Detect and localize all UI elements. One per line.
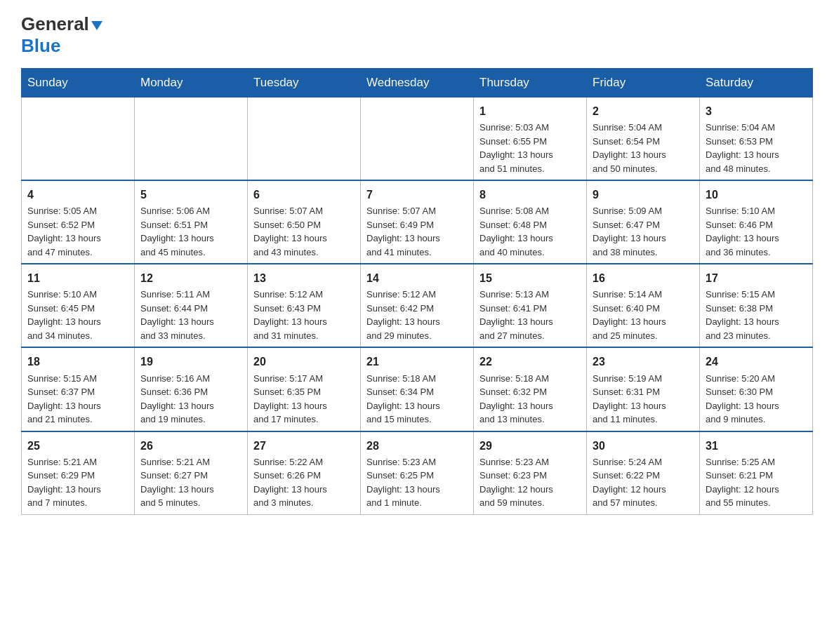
day-number: 17: [706, 270, 807, 286]
calendar-header-row: SundayMondayTuesdayWednesdayThursdayFrid…: [22, 68, 813, 97]
calendar-header-saturday: Saturday: [700, 68, 813, 97]
calendar-cell: 4Sunrise: 5:05 AMSunset: 6:52 PMDaylight…: [22, 180, 135, 264]
day-info: Sunrise: 5:18 AMSunset: 6:34 PMDaylight:…: [366, 372, 468, 427]
calendar-cell: 16Sunrise: 5:14 AMSunset: 6:40 PMDayligh…: [587, 264, 700, 347]
day-info: Sunrise: 5:04 AMSunset: 6:53 PMDaylight:…: [706, 121, 807, 175]
day-number: 24: [706, 354, 807, 370]
day-number: 7: [366, 187, 468, 203]
calendar-cell: 23Sunrise: 5:19 AMSunset: 6:31 PMDayligh…: [587, 347, 700, 431]
day-number: 23: [593, 354, 694, 370]
calendar-cell: 29Sunrise: 5:23 AMSunset: 6:23 PMDayligh…: [474, 431, 587, 515]
calendar-cell: 8Sunrise: 5:08 AMSunset: 6:48 PMDaylight…: [474, 180, 587, 264]
day-info: Sunrise: 5:21 AMSunset: 6:27 PMDaylight:…: [140, 455, 241, 510]
calendar-cell: 21Sunrise: 5:18 AMSunset: 6:34 PMDayligh…: [361, 347, 474, 431]
day-number: 16: [593, 270, 694, 286]
day-info: Sunrise: 5:08 AMSunset: 6:48 PMDaylight:…: [479, 204, 581, 259]
day-info: Sunrise: 5:07 AMSunset: 6:50 PMDaylight:…: [253, 204, 355, 259]
day-number: 27: [253, 438, 355, 454]
day-number: 6: [253, 187, 355, 203]
calendar-header-sunday: Sunday: [22, 68, 135, 97]
calendar-cell: 27Sunrise: 5:22 AMSunset: 6:26 PMDayligh…: [248, 431, 361, 515]
calendar-cell: 19Sunrise: 5:16 AMSunset: 6:36 PMDayligh…: [135, 347, 248, 431]
calendar-cell: 5Sunrise: 5:06 AMSunset: 6:51 PMDaylight…: [135, 180, 248, 264]
calendar-cell: 28Sunrise: 5:23 AMSunset: 6:25 PMDayligh…: [361, 431, 474, 515]
day-number: 2: [593, 103, 694, 119]
day-number: 30: [593, 438, 694, 454]
day-info: Sunrise: 5:04 AMSunset: 6:54 PMDaylight:…: [593, 121, 694, 175]
day-number: 31: [706, 438, 807, 454]
day-info: Sunrise: 5:22 AMSunset: 6:26 PMDaylight:…: [253, 455, 355, 510]
calendar-week-3: 11Sunrise: 5:10 AMSunset: 6:45 PMDayligh…: [22, 264, 813, 347]
day-number: 25: [27, 438, 128, 454]
day-number: 1: [479, 103, 581, 119]
calendar-cell: 13Sunrise: 5:12 AMSunset: 6:43 PMDayligh…: [248, 264, 361, 347]
day-info: Sunrise: 5:07 AMSunset: 6:49 PMDaylight:…: [366, 204, 468, 259]
day-info: Sunrise: 5:12 AMSunset: 6:42 PMDaylight:…: [366, 288, 468, 342]
day-number: 18: [27, 354, 128, 370]
logo-blue-text: Blue: [21, 35, 60, 56]
calendar-cell: 2Sunrise: 5:04 AMSunset: 6:54 PMDaylight…: [587, 97, 700, 180]
day-number: 4: [27, 187, 128, 203]
day-info: Sunrise: 5:17 AMSunset: 6:35 PMDaylight:…: [253, 372, 355, 427]
calendar-week-4: 18Sunrise: 5:15 AMSunset: 6:37 PMDayligh…: [22, 347, 813, 431]
day-info: Sunrise: 5:25 AMSunset: 6:21 PMDaylight:…: [706, 455, 807, 510]
calendar-body: 1Sunrise: 5:03 AMSunset: 6:55 PMDaylight…: [22, 97, 813, 514]
day-number: 15: [479, 270, 581, 286]
day-number: 22: [479, 354, 581, 370]
day-info: Sunrise: 5:15 AMSunset: 6:38 PMDaylight:…: [706, 288, 807, 342]
day-info: Sunrise: 5:12 AMSunset: 6:43 PMDaylight:…: [253, 288, 355, 342]
day-number: 12: [140, 270, 241, 286]
calendar-table: SundayMondayTuesdayWednesdayThursdayFrid…: [21, 68, 813, 515]
logo: General Blue: [21, 14, 102, 57]
day-info: Sunrise: 5:03 AMSunset: 6:55 PMDaylight:…: [479, 121, 581, 175]
day-info: Sunrise: 5:10 AMSunset: 6:45 PMDaylight:…: [27, 288, 128, 342]
day-info: Sunrise: 5:23 AMSunset: 6:25 PMDaylight:…: [366, 455, 468, 510]
logo-triangle-icon: [91, 21, 102, 30]
calendar-cell: 11Sunrise: 5:10 AMSunset: 6:45 PMDayligh…: [22, 264, 135, 347]
calendar-week-1: 1Sunrise: 5:03 AMSunset: 6:55 PMDaylight…: [22, 97, 813, 180]
day-number: 19: [140, 354, 241, 370]
day-info: Sunrise: 5:20 AMSunset: 6:30 PMDaylight:…: [706, 372, 807, 427]
day-info: Sunrise: 5:05 AMSunset: 6:52 PMDaylight:…: [27, 204, 128, 259]
calendar-header-friday: Friday: [587, 68, 700, 97]
calendar-cell: 25Sunrise: 5:21 AMSunset: 6:29 PMDayligh…: [22, 431, 135, 515]
calendar-week-2: 4Sunrise: 5:05 AMSunset: 6:52 PMDaylight…: [22, 180, 813, 264]
calendar-cell: 24Sunrise: 5:20 AMSunset: 6:30 PMDayligh…: [700, 347, 813, 431]
calendar-cell: 1Sunrise: 5:03 AMSunset: 6:55 PMDaylight…: [474, 97, 587, 180]
day-info: Sunrise: 5:06 AMSunset: 6:51 PMDaylight:…: [140, 204, 241, 259]
calendar-cell: 9Sunrise: 5:09 AMSunset: 6:47 PMDaylight…: [587, 180, 700, 264]
day-number: 5: [140, 187, 241, 203]
day-info: Sunrise: 5:19 AMSunset: 6:31 PMDaylight:…: [593, 372, 694, 427]
day-number: 29: [479, 438, 581, 454]
day-number: 28: [366, 438, 468, 454]
calendar-cell: 17Sunrise: 5:15 AMSunset: 6:38 PMDayligh…: [700, 264, 813, 347]
day-info: Sunrise: 5:14 AMSunset: 6:40 PMDaylight:…: [593, 288, 694, 342]
day-info: Sunrise: 5:09 AMSunset: 6:47 PMDaylight:…: [593, 204, 694, 259]
calendar-header-monday: Monday: [135, 68, 248, 97]
calendar-cell: 31Sunrise: 5:25 AMSunset: 6:21 PMDayligh…: [700, 431, 813, 515]
day-info: Sunrise: 5:16 AMSunset: 6:36 PMDaylight:…: [140, 372, 241, 427]
calendar-cell: 3Sunrise: 5:04 AMSunset: 6:53 PMDaylight…: [700, 97, 813, 180]
calendar-cell: 7Sunrise: 5:07 AMSunset: 6:49 PMDaylight…: [361, 180, 474, 264]
day-number: 20: [253, 354, 355, 370]
day-info: Sunrise: 5:10 AMSunset: 6:46 PMDaylight:…: [706, 204, 807, 259]
calendar-cell: [135, 97, 248, 180]
day-number: 10: [706, 187, 807, 203]
day-number: 3: [706, 103, 807, 119]
day-info: Sunrise: 5:23 AMSunset: 6:23 PMDaylight:…: [479, 455, 581, 510]
calendar-cell: 22Sunrise: 5:18 AMSunset: 6:32 PMDayligh…: [474, 347, 587, 431]
logo-general-text: General: [21, 13, 89, 34]
calendar-header-tuesday: Tuesday: [248, 68, 361, 97]
calendar-cell: 12Sunrise: 5:11 AMSunset: 6:44 PMDayligh…: [135, 264, 248, 347]
calendar-cell: 14Sunrise: 5:12 AMSunset: 6:42 PMDayligh…: [361, 264, 474, 347]
day-info: Sunrise: 5:24 AMSunset: 6:22 PMDaylight:…: [593, 455, 694, 510]
day-number: 13: [253, 270, 355, 286]
calendar-cell: 20Sunrise: 5:17 AMSunset: 6:35 PMDayligh…: [248, 347, 361, 431]
day-number: 26: [140, 438, 241, 454]
day-number: 8: [479, 187, 581, 203]
calendar-cell: [248, 97, 361, 180]
calendar-cell: 15Sunrise: 5:13 AMSunset: 6:41 PMDayligh…: [474, 264, 587, 347]
day-info: Sunrise: 5:21 AMSunset: 6:29 PMDaylight:…: [27, 455, 128, 510]
day-number: 21: [366, 354, 468, 370]
calendar-cell: 26Sunrise: 5:21 AMSunset: 6:27 PMDayligh…: [135, 431, 248, 515]
